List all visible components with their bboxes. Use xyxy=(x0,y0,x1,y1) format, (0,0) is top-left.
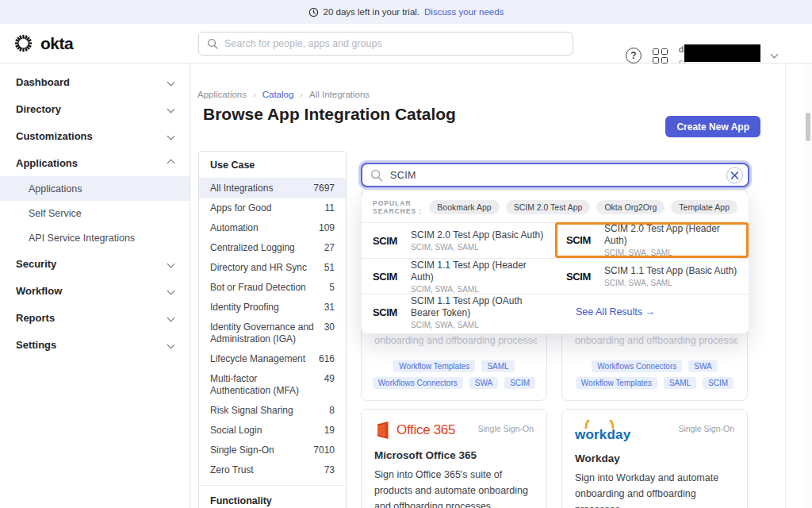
account-name: d xyxy=(679,44,684,54)
tag-saml[interactable]: SAML xyxy=(664,377,696,389)
tag-workflows-connectors[interactable]: Workflows Connectors xyxy=(592,360,682,372)
breadcrumb: Applications › Catalog › All Integration… xyxy=(197,90,370,99)
popular-searches-label: POPULAR SEARCHES : xyxy=(373,199,423,215)
result-scim-11-oauth-bearer[interactable]: SCIM SCIM 1.1 Test App (OAuth Bearer Tok… xyxy=(362,294,555,329)
popular-scim-20-test-app[interactable]: SCIM 2.0 Test App xyxy=(506,200,591,214)
search-results-grid: SCIM SCIM 2.0 Test App (Basic Auth) SCIM… xyxy=(362,222,749,329)
breadcrumb-all-integrations[interactable]: All Integrations xyxy=(309,90,370,99)
global-search[interactable] xyxy=(198,32,573,56)
use-case-iga[interactable]: Identity Governance and Administration (… xyxy=(199,318,346,349)
breadcrumb-applications[interactable]: Applications xyxy=(197,90,247,99)
create-new-app-button[interactable]: Create New App xyxy=(665,116,760,137)
tag-scim[interactable]: SCIM xyxy=(504,377,535,389)
card-title: Workday xyxy=(575,452,734,464)
catalog-search-overlay: POPULAR SEARCHES : Bookmark App SCIM 2.0… xyxy=(361,163,749,334)
search-icon xyxy=(370,169,383,182)
clear-search-button[interactable] xyxy=(726,167,743,183)
tag-scim[interactable]: SCIM xyxy=(703,377,733,389)
catalog-search-field[interactable] xyxy=(361,163,749,187)
popular-okta-org2org[interactable]: Okta Org2Org xyxy=(596,200,665,214)
clear-icon xyxy=(730,171,739,179)
popular-searches-row: POPULAR SEARCHES : Bookmark App SCIM 2.0… xyxy=(362,191,749,222)
sidebar-item-api-service-integrations[interactable]: API Service Integrations xyxy=(0,225,190,250)
sidebar-item-reports[interactable]: Reports xyxy=(0,304,190,331)
result-scim-20-basic-auth[interactable]: SCIM SCIM 2.0 Test App (Basic Auth) SCIM… xyxy=(362,222,555,258)
use-case-lifecycle-management[interactable]: Lifecycle Management616 xyxy=(199,349,346,369)
content-edge-divider xyxy=(785,64,786,508)
sidebar-item-security[interactable]: Security xyxy=(0,250,190,277)
use-case-identity-proofing[interactable]: Identity Proofing31 xyxy=(199,298,346,318)
scim-logo: SCIM xyxy=(373,271,401,283)
app-card-office365[interactable]: Office 365 Single Sign-On Microsoft Offi… xyxy=(361,409,547,508)
card-title: Microsoft Office 365 xyxy=(374,449,534,461)
discuss-needs-link[interactable]: Discuss your needs xyxy=(424,7,504,17)
use-case-directory-hr-sync[interactable]: Directory and HR Sync51 xyxy=(199,258,346,278)
sidebar-item-dashboard[interactable]: Dashboard xyxy=(0,68,190,95)
result-scim-11-header-auth[interactable]: SCIM SCIM 1.1 Test App (Header Auth) SCI… xyxy=(362,258,555,294)
chevron-down-icon xyxy=(771,51,779,59)
popular-bookmark-app[interactable]: Bookmark App xyxy=(429,200,499,214)
card-description: Sign into Workday and automate onboardin… xyxy=(575,470,734,508)
apps-grid-icon[interactable] xyxy=(653,48,668,64)
use-case-single-sign-on[interactable]: Single Sign-On7010 xyxy=(199,441,346,460)
use-case-apps-for-good[interactable]: Apps for Good11 xyxy=(199,198,346,218)
use-case-social-login[interactable]: Social Login19 xyxy=(199,421,346,441)
card-description: Sign into Office 365's suite of products… xyxy=(374,467,534,508)
clock-icon xyxy=(308,7,319,17)
use-case-risk-signal-sharing[interactable]: Risk Signal Sharing8 xyxy=(199,401,346,421)
office365-logo: Office 365 xyxy=(374,421,455,440)
redaction-box xyxy=(684,44,760,62)
card-description-partial: onboarding and offboarding processes xyxy=(572,335,737,346)
sidebar-item-workflow[interactable]: Workflow xyxy=(0,277,190,304)
see-all-results-cell: See All Results → xyxy=(555,294,749,329)
chevron-down-icon xyxy=(167,105,175,113)
breadcrumb-separator: › xyxy=(253,90,256,99)
use-case-centralized-logging[interactable]: Centralized Logging27 xyxy=(199,238,346,258)
workday-logo: workday xyxy=(575,427,630,443)
use-case-header: Use Case xyxy=(199,152,346,179)
sidebar-item-directory[interactable]: Directory xyxy=(0,95,190,122)
tag-swa[interactable]: SWA xyxy=(469,377,498,389)
trial-banner: 20 days left in your trial. Discuss your… xyxy=(0,0,812,24)
chevron-down-icon xyxy=(167,287,175,294)
global-search-input[interactable] xyxy=(224,38,565,49)
functionality-section-header: Functionality xyxy=(199,485,346,508)
okta-admin-window: 20 days left in your trial. Discuss your… xyxy=(0,0,812,508)
sso-badge: Single Sign-On xyxy=(678,424,734,433)
page-title: Browse App Integration Catalog xyxy=(203,105,456,124)
see-all-results-link[interactable]: See All Results → xyxy=(576,306,655,318)
app-card-workday[interactable]: workday Single Sign-On Workday Sign into… xyxy=(561,409,748,508)
chevron-down-icon xyxy=(167,260,175,267)
use-case-automation[interactable]: Automation109 xyxy=(199,218,346,238)
sidebar-item-applications[interactable]: Applications xyxy=(0,149,190,176)
sidebar-item-self-service[interactable]: Self Service xyxy=(0,201,190,225)
tag-workflow-templates[interactable]: Workflow Templates xyxy=(576,377,657,389)
result-scim-20-header-auth[interactable]: SCIM SCIM 2.0 Test App (Header Auth) SCI… xyxy=(555,222,749,258)
scim-logo: SCIM xyxy=(566,234,595,246)
tag-workflows-connectors[interactable]: Workflows Connectors xyxy=(373,377,463,389)
result-scim-11-basic-auth[interactable]: SCIM SCIM 1.1 Test App (Basic Auth) SCIM… xyxy=(555,258,749,294)
search-results-dropdown: POPULAR SEARCHES : Bookmark App SCIM 2.0… xyxy=(361,190,749,334)
sidebar-item-customizations[interactable]: Customizations xyxy=(0,122,190,149)
catalog-search-input[interactable] xyxy=(390,170,719,181)
card-tags: Workflow Templates SAML Workflows Connec… xyxy=(371,360,537,389)
use-case-zero-trust[interactable]: Zero Trust73 xyxy=(199,460,346,480)
okta-sunburst-icon xyxy=(13,33,34,54)
use-case-bot-fraud-detection[interactable]: Bot or Fraud Detection5 xyxy=(199,278,346,298)
tag-saml[interactable]: SAML xyxy=(481,360,514,372)
breadcrumb-catalog[interactable]: Catalog xyxy=(262,90,294,99)
popular-template-app[interactable]: Template App xyxy=(671,200,737,214)
main-content: Applications › Catalog › All Integration… xyxy=(190,64,812,508)
tag-workflow-templates[interactable]: Workflow Templates xyxy=(393,360,475,372)
scim-logo: SCIM xyxy=(373,235,401,247)
use-case-mfa[interactable]: Multi-factor Authentication (MFA)49 xyxy=(199,369,346,401)
scim-logo: SCIM xyxy=(373,306,401,318)
tag-swa[interactable]: SWA xyxy=(688,360,717,372)
chevron-down-icon xyxy=(167,314,175,321)
help-icon[interactable]: ? xyxy=(626,48,642,64)
use-case-all-integrations[interactable]: All Integrations7697 xyxy=(199,179,346,198)
scrollbar-thumb[interactable] xyxy=(806,113,810,141)
sidebar-item-applications-applications[interactable]: Applications xyxy=(0,176,190,201)
sidebar-item-settings[interactable]: Settings xyxy=(0,331,190,358)
okta-logo[interactable]: okta xyxy=(13,33,73,54)
